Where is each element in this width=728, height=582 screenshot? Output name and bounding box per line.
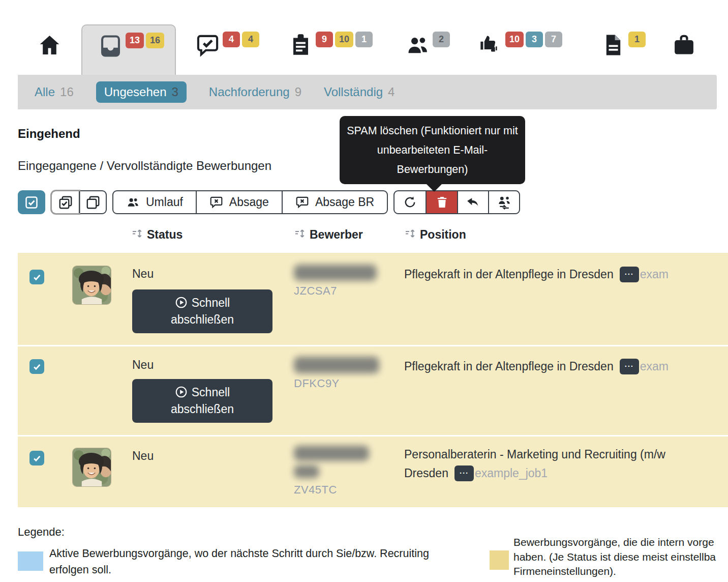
absage-br-label: Absage BR xyxy=(315,195,374,209)
section-subtitle: Eingegangene / Vervollständigte Bewerbun… xyxy=(18,159,271,173)
badge-count: 7 xyxy=(545,32,562,47)
position-cell-line1: Personalberaterin - Marketing und Recrui… xyxy=(404,448,728,461)
subtab-ungesehen[interactable]: Ungesehen 3 xyxy=(96,81,187,103)
column-header-bewerber[interactable]: Bewerber xyxy=(294,227,363,242)
umlauf-label: Umlauf xyxy=(146,195,183,209)
applicant-name-blurred[interactable] xyxy=(294,357,379,373)
column-label: Bewerber xyxy=(310,228,363,242)
job-reference-link[interactable]: example_job1 xyxy=(475,467,548,480)
bulk-action-toolbar: Umlauf Absage Absage BR xyxy=(18,190,520,214)
reply-button[interactable] xyxy=(457,191,488,213)
briefcase-icon xyxy=(672,33,696,57)
column-header-position[interactable]: Position xyxy=(404,227,466,242)
job-reference-link[interactable]: exam xyxy=(640,360,669,373)
subtab-label: Nachforderung xyxy=(209,85,290,99)
subtab-nachforderung[interactable]: Nachforderung 9 xyxy=(209,85,301,99)
column-label: Position xyxy=(420,228,466,242)
row-checkbox[interactable] xyxy=(29,270,44,284)
nav-item-messages[interactable]: 4 4 xyxy=(196,24,259,75)
applicant-row: Neu Schnell abschließen DFKC9Y Pflegekra… xyxy=(18,346,728,435)
absage-label: Absage xyxy=(229,195,269,209)
column-header-status[interactable]: Status xyxy=(131,227,183,242)
nav-item-jobs[interactable] xyxy=(672,24,696,75)
reassign-people-button[interactable] xyxy=(488,191,519,213)
nav-item-documents[interactable]: 1 xyxy=(601,24,646,75)
expand-job-ref-badge[interactable]: ··· xyxy=(620,267,639,282)
nav-item-contacts[interactable]: 2 xyxy=(406,24,450,75)
badge-count: 1 xyxy=(628,32,646,47)
sort-icon xyxy=(404,227,416,242)
refresh-history-button[interactable] xyxy=(395,191,426,213)
status-value: Neu xyxy=(132,358,154,372)
select-all-checkbox-button[interactable] xyxy=(18,190,45,214)
legend-text: Bewerbungsvorgänge, die die intern vorge… xyxy=(513,535,716,579)
position-title: Dresden xyxy=(404,467,448,480)
subtab-vollstaendig[interactable]: Vollständig 4 xyxy=(324,85,395,99)
applicant-code: ZV45TC xyxy=(294,483,337,497)
legend-text: Aktive Bewerbungsvorgänge, wo der nächst… xyxy=(49,545,471,578)
applicant-name-blurred[interactable] xyxy=(294,265,377,281)
subnav-strip: Alle 16 Ungesehen 3 Nachforderung 9 Voll… xyxy=(18,75,717,109)
people-icon xyxy=(126,195,140,209)
play-circle-icon xyxy=(175,296,188,309)
message-check-icon xyxy=(196,33,220,57)
applicant-code: JZCSA7 xyxy=(294,284,337,298)
subtab-label: Ungesehen xyxy=(104,85,167,99)
applicant-name-blurred[interactable] xyxy=(294,446,369,461)
row-checkbox[interactable] xyxy=(29,359,44,374)
nav-item-ratings[interactable]: 10 3 7 xyxy=(478,24,562,75)
applications-inbox-icon xyxy=(99,34,123,58)
thumbs-up-down-icon xyxy=(478,33,502,57)
workflow-actions-group: Umlauf Absage Absage BR xyxy=(112,190,388,214)
badge-count: 10 xyxy=(335,32,353,47)
spam-delete-tooltip: SPAM löschen (Funktioniert nur mit unbea… xyxy=(340,116,525,184)
legend-item-active: Aktive Bewerbungsvorgänge, wo der nächst… xyxy=(18,545,471,578)
badge-count: 3 xyxy=(526,32,543,47)
nav-item-tasks[interactable]: 9 10 1 xyxy=(289,24,373,75)
legend-text-line: haben. (Je Status ist diese meist einste… xyxy=(513,550,716,565)
subtab-count: 16 xyxy=(60,85,74,99)
select-multiple-button[interactable] xyxy=(52,191,79,213)
position-title: Pflegekraft in der Altenpflege in Dresde… xyxy=(404,360,614,373)
applicant-name-blurred[interactable] xyxy=(294,465,319,478)
quick-complete-button[interactable]: Schnell abschließen xyxy=(132,289,272,333)
subtab-label: Vollständig xyxy=(324,85,383,99)
copy-selection-button[interactable] xyxy=(79,191,106,213)
badge-count: 2 xyxy=(433,32,450,47)
section-title: Eingehend xyxy=(18,127,80,141)
legend-text-line: Bewerbungsvorgänge, die die intern vorge xyxy=(513,535,716,550)
expand-job-ref-badge[interactable]: ··· xyxy=(454,465,474,481)
delete-spam-button[interactable] xyxy=(426,191,457,213)
quick-complete-button[interactable]: Schnell abschließen xyxy=(132,379,272,423)
badge-count: 13 xyxy=(126,33,144,48)
clipboard-icon xyxy=(289,33,313,57)
nav-tab-applications[interactable]: 13 16 xyxy=(81,24,176,76)
badge-count: 10 xyxy=(505,32,524,47)
applicant-row: Neu Schnell abschließen JZCSA7 Pflegekra… xyxy=(18,253,728,345)
subtab-count: 9 xyxy=(295,85,301,99)
absage-button[interactable]: Absage xyxy=(196,191,282,213)
legend-swatch-blue xyxy=(18,551,43,571)
badge-count: 1 xyxy=(355,32,373,47)
job-reference-link[interactable]: exam xyxy=(640,268,669,281)
badge-count: 4 xyxy=(223,32,240,47)
legend-title: Legende: xyxy=(18,526,65,539)
subtab-alle[interactable]: Alle 16 xyxy=(35,85,74,99)
applicant-avatar[interactable] xyxy=(72,266,111,305)
umlauf-button[interactable]: Umlauf xyxy=(113,191,196,213)
applicant-avatar[interactable] xyxy=(72,448,111,487)
expand-job-ref-badge[interactable]: ··· xyxy=(620,359,639,374)
absage-br-button[interactable]: Absage BR xyxy=(282,191,387,213)
badge-count: 16 xyxy=(146,33,164,48)
people-icon xyxy=(406,33,430,57)
legend-item-yellow: Bewerbungsvorgänge, die die intern vorge… xyxy=(490,535,716,579)
legend-text-line: Firmeneinstellungen). xyxy=(513,564,716,579)
nav-item-home[interactable] xyxy=(38,24,62,75)
badge-count: 9 xyxy=(316,32,333,47)
badge-count: 4 xyxy=(242,32,259,47)
position-cell: Pflegekraft in der Altenpflege in Dresde… xyxy=(404,267,728,282)
danger-actions-group xyxy=(393,190,520,214)
applicant-row: Neu ZV45TC Personalberaterin - Marketing… xyxy=(18,436,728,507)
row-checkbox[interactable] xyxy=(29,451,44,465)
position-title: Pflegekraft in der Altenpflege in Dresde… xyxy=(404,268,614,281)
